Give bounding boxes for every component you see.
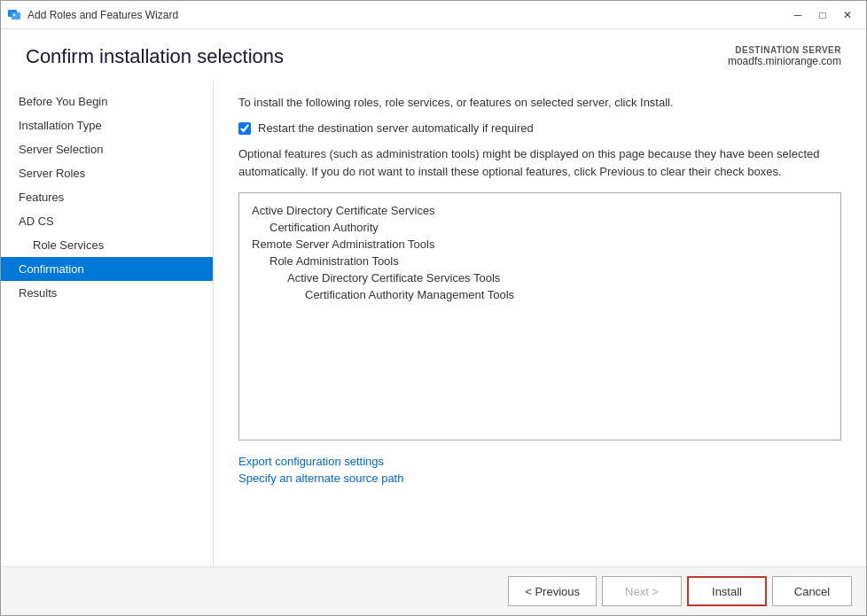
feature-item: Remote Server Administration Tools [252,236,828,253]
restart-label: Restart the destination server automatic… [258,121,534,135]
destination-label: DESTINATION SERVER [728,45,841,55]
feature-item: Role Administration Tools [252,253,828,269]
sidebar-item-features[interactable]: Features [1,185,213,209]
feature-item: Certification Authority [252,219,828,236]
instruction-text: To install the following roles, role ser… [238,95,841,111]
destination-server-info: DESTINATION SERVER moadfs.miniorange.com [728,45,841,67]
svg-rect-1 [12,12,20,19]
restart-checkbox[interactable] [238,122,251,135]
install-button[interactable]: Install [687,576,767,606]
links-section: Export configuration settingsSpecify an … [238,455,841,485]
restart-checkbox-row: Restart the destination server automatic… [238,121,841,135]
svg-rect-2 [13,14,15,16]
sidebar-item-server-selection[interactable]: Server Selection [1,137,213,161]
sidebar-item-ad-cs[interactable]: AD CS [1,209,213,233]
next-button[interactable]: Next > [602,576,682,606]
sidebar-item-installation-type[interactable]: Installation Type [1,113,213,137]
sidebar-item-results[interactable]: Results [1,281,213,305]
sidebar-item-server-roles[interactable]: Server Roles [1,161,213,185]
sidebar-item-role-services[interactable]: Role Services [1,233,213,257]
sidebar-item-confirmation[interactable]: Confirmation [1,257,213,281]
sidebar-item-before-you-begin[interactable]: Before You Begin [1,90,213,113]
title-bar: Add Roles and Features Wizard ─ □ ✕ [1,1,866,29]
sidebar: Before You BeginInstallation TypeServer … [1,81,214,566]
close-button[interactable]: ✕ [836,6,859,24]
cancel-button[interactable]: Cancel [772,576,852,606]
main-window: Add Roles and Features Wizard ─ □ ✕ Conf… [0,0,867,616]
link-export-config[interactable]: Export configuration settings [238,455,841,468]
feature-item: Active Directory Certificate Services To… [252,269,828,286]
minimize-button[interactable]: ─ [786,6,809,24]
previous-button[interactable]: < Previous [508,576,597,606]
link-alt-source[interactable]: Specify an alternate source path [238,472,841,485]
footer: < Previous Next > Install Cancel [1,566,866,615]
window-controls: ─ □ ✕ [786,6,859,24]
panel-content: To install the following roles, role ser… [214,81,866,566]
feature-item: Certification Authority Management Tools [252,286,828,303]
content-area: Before You BeginInstallation TypeServer … [1,81,866,566]
optional-text: Optional features (such as administratio… [238,145,841,180]
page-header: Confirm installation selections DESTINAT… [1,29,866,81]
page-title: Confirm installation selections [26,45,284,68]
maximize-button[interactable]: □ [811,6,834,24]
feature-item: Active Directory Certificate Services [252,202,828,219]
window-body: Confirm installation selections DESTINAT… [1,29,866,615]
features-box: Active Directory Certificate ServicesCer… [238,192,841,441]
window-title: Add Roles and Features Wizard [27,9,786,21]
destination-value: moadfs.miniorange.com [728,55,841,67]
app-icon [8,8,22,22]
right-panel: To install the following roles, role ser… [214,81,866,566]
